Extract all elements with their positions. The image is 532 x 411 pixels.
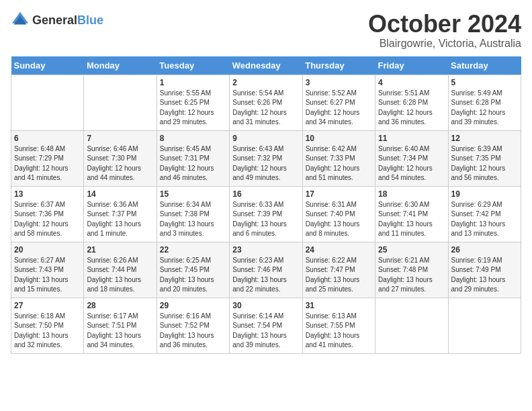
day-number: 5 xyxy=(451,78,518,87)
calendar-cell: 9Sunrise: 6:43 AM Sunset: 7:32 PM Daylig… xyxy=(230,130,302,186)
column-header-saturday: Saturday xyxy=(448,56,521,75)
calendar-cell: 25Sunrise: 6:21 AM Sunset: 7:48 PM Dayli… xyxy=(375,242,448,298)
calendar-cell: 30Sunrise: 6:14 AM Sunset: 7:54 PM Dayli… xyxy=(230,298,302,353)
calendar-cell xyxy=(84,75,157,130)
calendar-cell: 4Sunrise: 5:51 AM Sunset: 6:28 PM Daylig… xyxy=(375,75,448,130)
calendar-subtitle: Blairgowrie, Victoria, Australia xyxy=(368,38,521,50)
day-info: Sunrise: 6:25 AM Sunset: 7:45 PM Dayligh… xyxy=(160,256,226,295)
calendar-cell: 22Sunrise: 6:25 AM Sunset: 7:45 PM Dayli… xyxy=(157,242,229,298)
day-info: Sunrise: 6:31 AM Sunset: 7:40 PM Dayligh… xyxy=(306,200,372,239)
day-info: Sunrise: 6:18 AM Sunset: 7:50 PM Dayligh… xyxy=(14,312,81,351)
day-info: Sunrise: 5:55 AM Sunset: 6:25 PM Dayligh… xyxy=(160,89,226,128)
day-number: 3 xyxy=(306,78,372,87)
calendar-cell: 11Sunrise: 6:40 AM Sunset: 7:34 PM Dayli… xyxy=(375,130,448,186)
day-info: Sunrise: 6:19 AM Sunset: 7:49 PM Dayligh… xyxy=(451,256,518,295)
calendar-cell xyxy=(448,298,521,353)
calendar-cell: 18Sunrise: 6:30 AM Sunset: 7:41 PM Dayli… xyxy=(375,186,448,242)
calendar-cell: 24Sunrise: 6:22 AM Sunset: 7:47 PM Dayli… xyxy=(302,242,375,298)
day-info: Sunrise: 6:42 AM Sunset: 7:33 PM Dayligh… xyxy=(306,144,372,183)
calendar-cell: 19Sunrise: 6:29 AM Sunset: 7:42 PM Dayli… xyxy=(448,186,521,242)
day-number: 2 xyxy=(232,78,299,87)
calendar-cell: 17Sunrise: 6:31 AM Sunset: 7:40 PM Dayli… xyxy=(302,186,375,242)
calendar-cell: 7Sunrise: 6:46 AM Sunset: 7:30 PM Daylig… xyxy=(84,130,157,186)
calendar-cell: 29Sunrise: 6:16 AM Sunset: 7:52 PM Dayli… xyxy=(157,298,229,353)
day-info: Sunrise: 6:40 AM Sunset: 7:34 PM Dayligh… xyxy=(378,144,445,183)
day-number: 10 xyxy=(306,134,372,143)
day-number: 9 xyxy=(232,134,299,143)
logo-text-blue: Blue xyxy=(77,13,103,27)
day-number: 25 xyxy=(378,245,445,255)
logo: GeneralBlue xyxy=(11,11,103,30)
day-info: Sunrise: 6:48 AM Sunset: 7:29 PM Dayligh… xyxy=(14,144,81,183)
day-info: Sunrise: 6:36 AM Sunset: 7:37 PM Dayligh… xyxy=(87,200,153,239)
day-info: Sunrise: 6:26 AM Sunset: 7:44 PM Dayligh… xyxy=(87,256,153,295)
day-number: 29 xyxy=(160,301,226,310)
day-number: 21 xyxy=(87,245,153,255)
calendar-cell: 1Sunrise: 5:55 AM Sunset: 6:25 PM Daylig… xyxy=(157,75,229,130)
day-info: Sunrise: 6:45 AM Sunset: 7:31 PM Dayligh… xyxy=(160,144,226,183)
day-info: Sunrise: 5:49 AM Sunset: 6:28 PM Dayligh… xyxy=(451,89,518,128)
column-header-wednesday: Wednesday xyxy=(230,56,302,75)
calendar-header: SundayMondayTuesdayWednesdayThursdayFrid… xyxy=(11,56,521,75)
logo-icon xyxy=(11,11,30,30)
day-number: 11 xyxy=(378,134,445,143)
day-info: Sunrise: 6:13 AM Sunset: 7:55 PM Dayligh… xyxy=(306,312,372,351)
calendar-cell: 3Sunrise: 5:52 AM Sunset: 6:27 PM Daylig… xyxy=(302,75,375,130)
day-info: Sunrise: 6:22 AM Sunset: 7:47 PM Dayligh… xyxy=(306,256,372,295)
calendar-cell: 8Sunrise: 6:45 AM Sunset: 7:31 PM Daylig… xyxy=(157,130,229,186)
day-number: 16 xyxy=(232,189,299,199)
page-header: GeneralBlue October 2024 Blairgowrie, Vi… xyxy=(11,11,521,50)
column-header-tuesday: Tuesday xyxy=(157,56,229,75)
day-number: 30 xyxy=(232,301,299,310)
day-info: Sunrise: 6:23 AM Sunset: 7:46 PM Dayligh… xyxy=(232,256,299,295)
day-number: 8 xyxy=(160,134,226,143)
calendar-week-3: 13Sunrise: 6:37 AM Sunset: 7:36 PM Dayli… xyxy=(11,186,521,242)
calendar-cell: 14Sunrise: 6:36 AM Sunset: 7:37 PM Dayli… xyxy=(84,186,157,242)
day-info: Sunrise: 6:21 AM Sunset: 7:48 PM Dayligh… xyxy=(378,256,445,295)
calendar-cell: 2Sunrise: 5:54 AM Sunset: 6:26 PM Daylig… xyxy=(230,75,302,130)
day-number: 20 xyxy=(14,245,81,255)
calendar-cell: 10Sunrise: 6:42 AM Sunset: 7:33 PM Dayli… xyxy=(302,130,375,186)
day-number: 14 xyxy=(87,189,153,199)
day-number: 19 xyxy=(451,189,518,199)
calendar-week-1: 1Sunrise: 5:55 AM Sunset: 6:25 PM Daylig… xyxy=(11,75,521,130)
day-number: 1 xyxy=(160,78,226,87)
day-info: Sunrise: 6:17 AM Sunset: 7:51 PM Dayligh… xyxy=(87,312,153,351)
day-info: Sunrise: 6:14 AM Sunset: 7:54 PM Dayligh… xyxy=(232,312,299,351)
day-number: 6 xyxy=(14,134,81,143)
calendar-cell: 23Sunrise: 6:23 AM Sunset: 7:46 PM Dayli… xyxy=(230,242,302,298)
day-info: Sunrise: 6:37 AM Sunset: 7:36 PM Dayligh… xyxy=(14,200,81,239)
column-header-sunday: Sunday xyxy=(11,56,84,75)
calendar-cell: 6Sunrise: 6:48 AM Sunset: 7:29 PM Daylig… xyxy=(11,130,84,186)
day-info: Sunrise: 6:46 AM Sunset: 7:30 PM Dayligh… xyxy=(87,144,153,183)
day-info: Sunrise: 6:16 AM Sunset: 7:52 PM Dayligh… xyxy=(160,312,226,351)
calendar-cell xyxy=(11,75,84,130)
day-info: Sunrise: 6:27 AM Sunset: 7:43 PM Dayligh… xyxy=(14,256,81,295)
calendar-cell: 15Sunrise: 6:34 AM Sunset: 7:38 PM Dayli… xyxy=(157,186,229,242)
day-number: 13 xyxy=(14,189,81,199)
calendar-cell xyxy=(375,298,448,353)
calendar-title: October 2024 xyxy=(368,11,521,38)
day-number: 27 xyxy=(14,301,81,310)
day-number: 4 xyxy=(378,78,445,87)
calendar-week-4: 20Sunrise: 6:27 AM Sunset: 7:43 PM Dayli… xyxy=(11,242,521,298)
calendar-cell: 13Sunrise: 6:37 AM Sunset: 7:36 PM Dayli… xyxy=(11,186,84,242)
day-number: 7 xyxy=(87,134,153,143)
day-number: 12 xyxy=(451,134,518,143)
calendar-cell: 26Sunrise: 6:19 AM Sunset: 7:49 PM Dayli… xyxy=(448,242,521,298)
logo-text-general: General xyxy=(32,13,77,27)
column-header-friday: Friday xyxy=(375,56,448,75)
day-number: 31 xyxy=(306,301,372,310)
calendar-week-2: 6Sunrise: 6:48 AM Sunset: 7:29 PM Daylig… xyxy=(11,130,521,186)
calendar-cell: 12Sunrise: 6:39 AM Sunset: 7:35 PM Dayli… xyxy=(448,130,521,186)
day-number: 28 xyxy=(87,301,153,310)
day-number: 26 xyxy=(451,245,518,255)
day-number: 23 xyxy=(232,245,299,255)
day-number: 15 xyxy=(160,189,226,199)
calendar-cell: 27Sunrise: 6:18 AM Sunset: 7:50 PM Dayli… xyxy=(11,298,84,353)
day-info: Sunrise: 6:34 AM Sunset: 7:38 PM Dayligh… xyxy=(160,200,226,239)
calendar-cell: 31Sunrise: 6:13 AM Sunset: 7:55 PM Dayli… xyxy=(302,298,375,353)
calendar-cell: 20Sunrise: 6:27 AM Sunset: 7:43 PM Dayli… xyxy=(11,242,84,298)
calendar-week-5: 27Sunrise: 6:18 AM Sunset: 7:50 PM Dayli… xyxy=(11,298,521,353)
calendar-cell: 28Sunrise: 6:17 AM Sunset: 7:51 PM Dayli… xyxy=(84,298,157,353)
